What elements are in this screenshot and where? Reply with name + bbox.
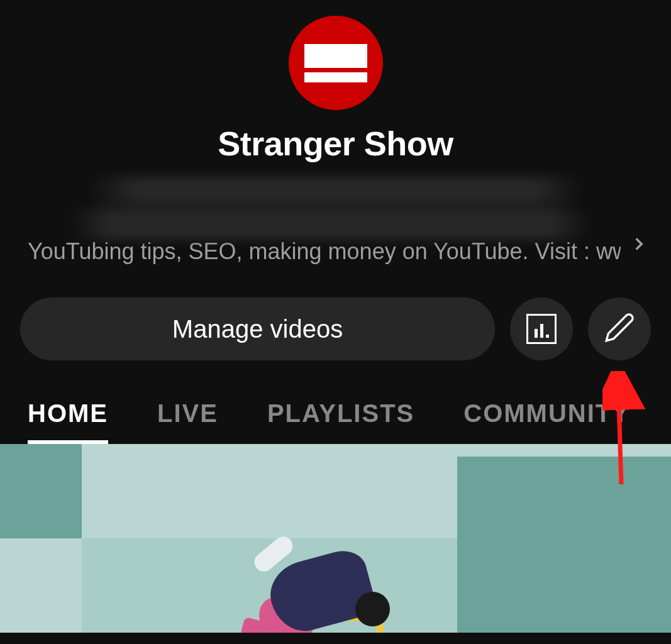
analytics-icon (526, 314, 557, 344)
thumb-decoration (457, 457, 671, 633)
tab-community[interactable]: COMMUNITY (463, 399, 630, 444)
featured-video-thumbnail[interactable] (0, 444, 671, 633)
channel-tabs: HOME LIVE PLAYLISTS COMMUNITY CHA (0, 399, 671, 444)
channel-description-row[interactable]: YouTubing tips, SEO, making money on You… (0, 214, 671, 265)
pencil-icon (604, 312, 635, 346)
manage-videos-label: Manage videos (172, 315, 343, 343)
thumb-decoration (0, 444, 82, 538)
channel-desc-blurred (69, 208, 591, 240)
channel-description: YouTubing tips, SEO, making money on You… (28, 238, 621, 265)
channel-header: Stranger Show YouTubing tips, SEO, makin… (0, 0, 671, 265)
channel-meta-blurred (87, 177, 584, 205)
analytics-button[interactable] (510, 297, 573, 360)
manage-videos-button[interactable]: Manage videos (20, 297, 495, 360)
tab-live[interactable]: LIVE (157, 399, 218, 444)
avatar-decoration (304, 72, 367, 82)
action-row: Manage videos (0, 297, 671, 360)
tab-home[interactable]: HOME (28, 399, 108, 444)
channel-avatar[interactable] (289, 16, 383, 110)
channel-name: Stranger Show (218, 124, 453, 163)
thumb-illustration (239, 507, 402, 633)
tab-playlists[interactable]: PLAYLISTS (267, 399, 414, 444)
chevron-right-icon (628, 233, 650, 257)
edit-button[interactable] (588, 297, 651, 360)
avatar-decoration (304, 44, 367, 68)
